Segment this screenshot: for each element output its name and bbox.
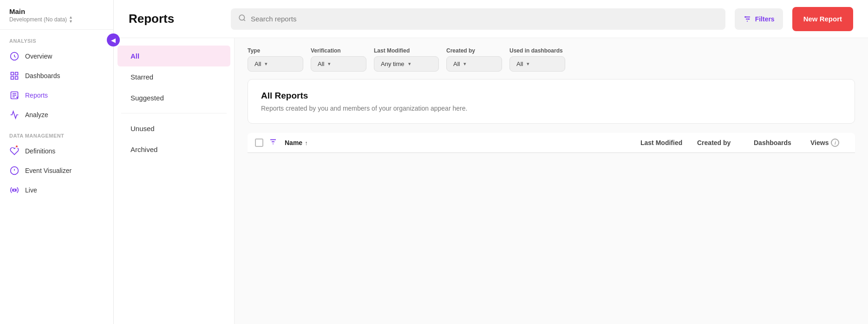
analyze-icon xyxy=(9,110,20,120)
table-header: Name ↑ Last Modified Created by Dashboar… xyxy=(248,133,855,153)
svg-point-13 xyxy=(744,16,746,18)
page-title: Reports xyxy=(129,12,222,26)
env-toggle-icon[interactable]: ▲▼ xyxy=(69,15,73,24)
app-name: Main xyxy=(9,7,104,15)
filter-row: Type All ▾ Verification All ▾ Last Modif… xyxy=(248,47,855,72)
name-column-header[interactable]: Name ↑ xyxy=(285,139,635,146)
sidebar-item-label: Overview xyxy=(25,53,52,60)
used-in-dashboards-filter-select[interactable]: All ▾ xyxy=(509,56,565,72)
dashboards-icon xyxy=(9,71,20,81)
search-input[interactable] xyxy=(251,15,718,23)
overview-icon xyxy=(9,51,20,61)
svg-point-8 xyxy=(239,15,244,20)
sidebar-item-live[interactable]: Live xyxy=(0,180,113,200)
verification-filter-group: Verification All ▾ xyxy=(311,47,366,72)
last-modified-filter-chevron: ▾ xyxy=(408,61,411,67)
new-report-label: New Report xyxy=(803,15,842,23)
definitions-badge xyxy=(15,145,19,148)
created-by-filter-group: Created by All ▾ xyxy=(446,47,502,72)
type-filter-select[interactable]: All ▾ xyxy=(248,56,303,72)
sidebar-item-event-visualizer[interactable]: Event Visualizer xyxy=(0,161,113,180)
new-report-button[interactable]: New Report xyxy=(792,7,853,31)
sidebar-item-label: Analyze xyxy=(25,111,48,119)
used-in-dashboards-filter-chevron: ▾ xyxy=(527,61,529,67)
sidebar-item-label: Reports xyxy=(25,92,48,99)
sidebar-item-analyze[interactable]: Analyze xyxy=(0,105,113,125)
search-bar-container xyxy=(231,8,725,30)
search-icon xyxy=(238,14,246,24)
sidebar-item-label: Definitions xyxy=(25,147,55,155)
sidebar-collapse-button[interactable]: ◀ xyxy=(107,33,120,46)
select-all-checkbox[interactable] xyxy=(255,139,263,147)
sidebar-header: Main Development (No data) ▲▼ xyxy=(0,0,113,30)
used-in-dashboards-filter-group: Used in dashboards All ▾ xyxy=(509,47,565,72)
created-by-filter-label: Created by xyxy=(446,47,502,54)
left-panel: All Starred Suggested Unused Archived xyxy=(114,38,235,324)
svg-rect-3 xyxy=(11,77,14,79)
collapse-icon: ◀ xyxy=(111,37,116,44)
last-modified-filter-select[interactable]: Any time ▾ xyxy=(374,56,439,72)
last-modified-filter-group: Last Modified Any time ▾ xyxy=(374,47,439,72)
sidebar-item-reports[interactable]: Reports xyxy=(0,86,113,105)
sidebar-item-label: Event Visualizer xyxy=(25,167,72,174)
reports-card-description: Reports created by you and members of yo… xyxy=(261,105,842,112)
sidebar-item-label: Live xyxy=(25,186,37,194)
reports-card-title: All Reports xyxy=(261,91,842,101)
app-subtitle[interactable]: Development (No data) ▲▼ xyxy=(9,15,104,24)
left-nav-suggested[interactable]: Suggested xyxy=(117,87,230,108)
filters-icon xyxy=(743,15,751,23)
event-visualizer-icon xyxy=(9,165,20,176)
filters-label: Filters xyxy=(755,15,775,23)
svg-point-7 xyxy=(13,189,16,192)
views-column-header[interactable]: Views i xyxy=(810,139,848,147)
verification-filter-select[interactable]: All ▾ xyxy=(311,56,366,72)
filters-button[interactable]: Filters xyxy=(735,8,783,30)
left-nav-starred[interactable]: Starred xyxy=(117,66,230,87)
right-panel: Type All ▾ Verification All ▾ Last Modif… xyxy=(235,38,868,324)
data-management-section-label: Data Management xyxy=(0,125,113,141)
sidebar-item-overview[interactable]: Overview xyxy=(0,46,113,66)
views-info-icon[interactable]: i xyxy=(831,139,839,147)
name-sort-arrow: ↑ xyxy=(305,139,308,146)
created-by-filter-select[interactable]: All ▾ xyxy=(446,56,502,72)
used-in-dashboards-filter-label: Used in dashboards xyxy=(509,47,565,54)
created-by-column-header[interactable]: Created by xyxy=(697,139,748,146)
sidebar: Main Development (No data) ▲▼ ◀ Analysis… xyxy=(0,0,114,324)
live-icon xyxy=(9,185,20,195)
reports-card: All Reports Reports created by you and m… xyxy=(248,79,855,124)
content-body: All Starred Suggested Unused Archived Ty… xyxy=(114,38,868,324)
dashboards-column-header[interactable]: Dashboards xyxy=(754,139,805,146)
svg-line-9 xyxy=(244,19,245,20)
sidebar-item-dashboards[interactable]: Dashboards xyxy=(0,66,113,86)
analysis-section-label: Analysis xyxy=(0,30,113,46)
svg-rect-2 xyxy=(15,73,18,75)
left-nav-unused[interactable]: Unused xyxy=(117,118,230,139)
verification-filter-label: Verification xyxy=(311,47,366,54)
verification-filter-chevron: ▾ xyxy=(328,61,331,67)
last-modified-column-header[interactable]: Last Modified xyxy=(640,139,692,146)
svg-point-14 xyxy=(748,18,750,20)
sidebar-item-label: Dashboards xyxy=(25,72,60,79)
table-filter-icon[interactable] xyxy=(269,138,277,148)
created-by-filter-chevron: ▾ xyxy=(463,61,466,67)
sidebar-item-definitions[interactable]: Definitions xyxy=(0,141,113,161)
main-area: Reports Filters New Report xyxy=(114,0,868,324)
last-modified-filter-label: Last Modified xyxy=(374,47,439,54)
left-nav-all[interactable]: All xyxy=(117,46,230,66)
type-filter-label: Type xyxy=(248,47,303,54)
type-filter-chevron: ▾ xyxy=(265,61,268,67)
topbar: Reports Filters New Report xyxy=(114,0,868,38)
reports-icon xyxy=(9,90,20,100)
svg-rect-1 xyxy=(11,73,14,75)
left-nav-archived[interactable]: Archived xyxy=(117,139,230,160)
type-filter-group: Type All ▾ xyxy=(248,47,303,72)
left-nav-divider xyxy=(121,113,227,113)
svg-rect-4 xyxy=(15,77,18,79)
sidebar-scroll: Analysis Overview Dashboards xyxy=(0,30,113,324)
